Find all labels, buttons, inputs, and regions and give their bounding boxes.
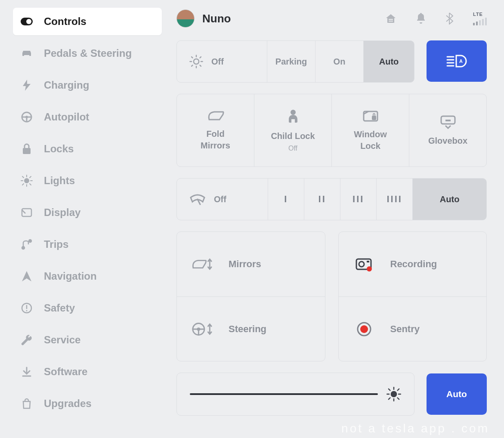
sidebar-item-trips[interactable]: Trips — [13, 231, 162, 258]
svg-point-47 — [197, 327, 201, 331]
svg-line-60 — [389, 389, 390, 391]
sidebar-item-lights[interactable]: Lights — [13, 167, 162, 194]
label: Off — [211, 57, 224, 67]
bolt-icon — [21, 80, 33, 91]
sentry-button[interactable]: Sentry — [339, 296, 487, 361]
sidebar-item-label: Software — [44, 366, 87, 378]
headlights-on-button[interactable]: On — [315, 41, 363, 82]
svg-line-63 — [398, 389, 399, 391]
sidebar-item-label: Trips — [44, 238, 68, 250]
svg-line-33 — [200, 57, 201, 58]
sidebar-item-label: Controls — [44, 15, 87, 28]
label: III — [352, 194, 364, 205]
svg-rect-14 — [22, 209, 31, 216]
svg-line-11 — [30, 184, 31, 185]
sidebar-item-charging[interactable]: Charging — [13, 71, 162, 99]
wipers-3-button[interactable]: III — [340, 179, 376, 220]
sidebar-item-label: Service — [44, 334, 80, 346]
brightness-auto-button[interactable]: Auto — [427, 373, 487, 415]
bell-icon[interactable] — [416, 13, 426, 24]
sidebar-item-navigation[interactable]: Navigation — [13, 262, 162, 290]
toggle-icon — [21, 18, 33, 25]
headlights-off-button[interactable]: Off — [177, 41, 267, 82]
bag-icon — [21, 398, 33, 409]
svg-line-62 — [389, 398, 390, 400]
adjust-steering-button[interactable]: Steering — [177, 296, 325, 361]
bluetooth-icon[interactable] — [445, 12, 453, 25]
wipers-auto-button[interactable]: Auto — [412, 179, 486, 220]
homelink-icon[interactable] — [385, 13, 396, 24]
glovebox-button[interactable]: Glovebox — [409, 94, 486, 167]
label: On — [334, 57, 346, 67]
child-lock-button[interactable]: Child Lock Off — [254, 94, 331, 167]
svg-point-54 — [360, 325, 368, 333]
cell-signal[interactable]: LTE — [473, 12, 487, 25]
sidebar-item-software[interactable]: Software — [13, 358, 162, 386]
sidebar-item-label: Pedals & Steering — [44, 47, 132, 59]
label: Fold Mirrors — [201, 128, 230, 151]
svg-text:A: A — [459, 59, 463, 64]
sidebar-item-service[interactable]: Service — [13, 326, 162, 354]
lock-icon — [21, 143, 33, 154]
svg-rect-4 — [23, 148, 31, 154]
svg-line-61 — [398, 398, 399, 400]
label: Off — [214, 194, 226, 204]
sidebar-item-controls[interactable]: Controls — [13, 8, 162, 35]
arrow-icon — [21, 271, 33, 281]
slider-track[interactable] — [190, 393, 378, 395]
glovebox-icon — [439, 114, 457, 129]
label: Mirrors — [229, 259, 261, 270]
svg-line-12 — [22, 184, 24, 185]
wipers-4-button[interactable]: IIII — [376, 179, 412, 220]
profile-button[interactable]: Nuno — [176, 9, 231, 28]
sidebar: Controls Pedals & Steering Charging Auto… — [0, 0, 172, 438]
wipers-off-button[interactable]: Off — [177, 179, 268, 220]
label: Auto — [446, 389, 467, 399]
sidebar-item-autopilot[interactable]: Autopilot — [13, 103, 162, 131]
wipers-1-button[interactable]: I — [268, 179, 304, 220]
dashcam-recording-button[interactable]: Recording — [339, 232, 487, 296]
svg-point-52 — [367, 266, 372, 271]
window-lock-button[interactable]: Window Lock — [331, 94, 409, 167]
brightness-row: Auto — [176, 373, 487, 416]
fold-mirrors-button[interactable]: Fold Mirrors — [177, 94, 254, 167]
sidebar-item-safety[interactable]: Safety — [13, 294, 162, 322]
svg-point-55 — [391, 392, 396, 397]
wiper-icon — [189, 193, 206, 205]
top-bar: Nuno LTE — [176, 9, 487, 28]
svg-point-39 — [291, 110, 296, 115]
svg-point-1 — [26, 19, 31, 24]
svg-rect-43 — [445, 120, 451, 121]
lights-icon — [21, 175, 33, 187]
sidebar-item-pedals-steering[interactable]: Pedals & Steering — [13, 40, 162, 67]
high-beam-button[interactable]: A — [427, 40, 487, 82]
download-icon — [21, 367, 33, 377]
child-lock-state: Off — [288, 145, 297, 152]
svg-point-25 — [194, 59, 199, 64]
lte-label: LTE — [473, 12, 483, 17]
label: Steering — [229, 324, 266, 335]
headlights-auto-button[interactable]: Auto — [363, 41, 414, 82]
headlights-parking-button[interactable]: Parking — [267, 41, 315, 82]
quick-controls-row: Fold Mirrors Child Lock Off Window Lock — [176, 94, 487, 167]
sentry-icon — [353, 321, 375, 337]
svg-point-5 — [25, 179, 29, 183]
wipers-2-button[interactable]: II — [304, 179, 340, 220]
svg-line-13 — [30, 176, 31, 178]
main-content: Nuno LTE — [172, 0, 504, 438]
display-icon — [21, 208, 33, 217]
sidebar-item-upgrades[interactable]: Upgrades — [13, 390, 162, 417]
sidebar-item-label: Autopilot — [44, 111, 89, 123]
sidebar-item-label: Navigation — [44, 270, 97, 282]
brightness-slider[interactable] — [176, 373, 414, 416]
svg-line-10 — [22, 176, 24, 178]
sidebar-item-locks[interactable]: Locks — [13, 135, 162, 163]
svg-rect-41 — [372, 116, 376, 120]
label: IIII — [387, 194, 402, 205]
status-bar: LTE — [385, 12, 487, 25]
sidebar-item-label: Lights — [44, 175, 75, 187]
adjust-mirrors-button[interactable]: Mirrors — [177, 232, 325, 296]
sidebar-item-label: Safety — [44, 302, 75, 314]
sidebar-item-display[interactable]: Display — [13, 199, 162, 226]
svg-line-31 — [200, 65, 201, 66]
